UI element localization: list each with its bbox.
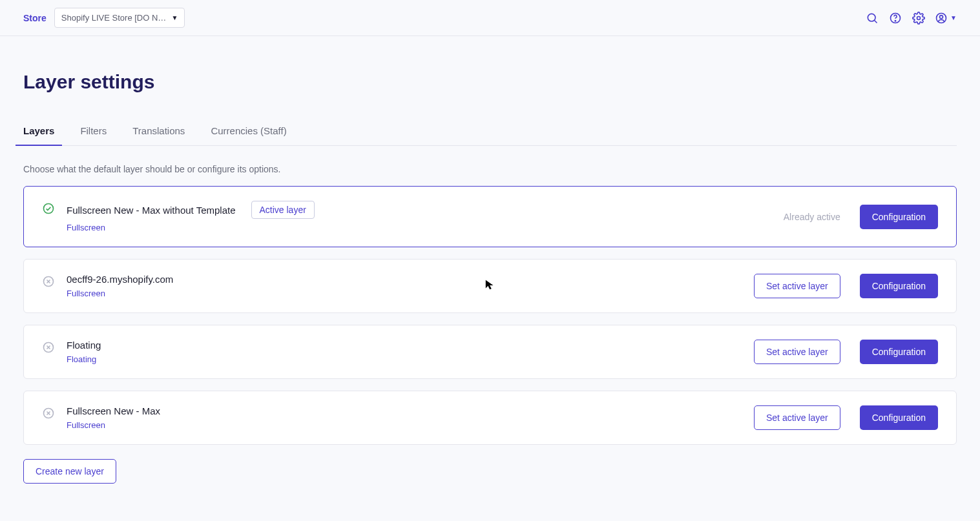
close-circle-icon bbox=[42, 407, 55, 420]
layer-title: Fullscreen New - Max bbox=[67, 405, 160, 416]
configuration-button[interactable]: Configuration bbox=[860, 340, 938, 364]
tab-layers[interactable]: Layers bbox=[23, 119, 54, 145]
layer-title: Fullscreen New - Max without Template bbox=[67, 205, 236, 216]
check-circle-icon bbox=[42, 202, 55, 215]
set-active-button[interactable]: Set active layer bbox=[754, 340, 840, 364]
configuration-button[interactable]: Configuration bbox=[860, 405, 938, 430]
layer-type: Floating bbox=[67, 354, 101, 364]
configuration-button[interactable]: Configuration bbox=[860, 274, 938, 298]
set-active-button[interactable]: Set active layer bbox=[754, 274, 840, 298]
page-title: Layer settings bbox=[23, 71, 957, 93]
layer-card-right: Already active Configuration bbox=[784, 205, 938, 229]
store-selected-value: Shopify LIVE Store [DO N… bbox=[61, 13, 167, 23]
caret-down-icon: ▼ bbox=[950, 14, 957, 21]
layer-card-left: Fullscreen New - Max Fullscreen bbox=[42, 405, 160, 430]
svg-line-1 bbox=[875, 20, 877, 23]
page-subtext: Choose what the default layer should be … bbox=[23, 164, 957, 174]
layer-card-left: Floating Floating bbox=[42, 340, 101, 364]
svg-point-3 bbox=[895, 20, 895, 21]
caret-down-icon: ▼ bbox=[171, 14, 178, 21]
layer-card: Fullscreen New - Max Fullscreen Set acti… bbox=[23, 391, 957, 445]
close-circle-icon bbox=[42, 341, 55, 354]
page-content: Layer settings Layers Filters Translatio… bbox=[0, 36, 980, 499]
svg-point-6 bbox=[940, 15, 943, 18]
svg-point-0 bbox=[868, 14, 875, 21]
tabs: Layers Filters Translations Currencies (… bbox=[23, 119, 957, 146]
user-icon bbox=[935, 12, 948, 25]
create-layer-button[interactable]: Create new layer bbox=[23, 459, 116, 484]
layer-card-right: Set active layer Configuration bbox=[754, 274, 938, 298]
layer-title: 0ecff9-26.myshopify.com bbox=[67, 274, 173, 285]
top-bar: Store Shopify LIVE Store [DO N… ▼ ▼ bbox=[0, 0, 980, 36]
user-menu[interactable]: ▼ bbox=[935, 12, 957, 25]
search-icon[interactable] bbox=[865, 11, 879, 25]
help-icon[interactable] bbox=[888, 11, 902, 25]
layer-type: Fullscreen bbox=[67, 223, 315, 232]
layer-card: 0ecff9-26.myshopify.com Fullscreen Set a… bbox=[23, 259, 957, 313]
tab-currencies[interactable]: Currencies (Staff) bbox=[211, 119, 286, 145]
tab-filters[interactable]: Filters bbox=[80, 119, 107, 145]
close-circle-icon bbox=[42, 275, 55, 288]
svg-point-4 bbox=[917, 16, 921, 19]
active-layer-badge: Active layer bbox=[251, 201, 315, 219]
tab-translations[interactable]: Translations bbox=[132, 119, 185, 145]
layer-title: Floating bbox=[67, 340, 101, 351]
top-bar-right: ▼ bbox=[865, 11, 957, 25]
layer-card-right: Set active layer Configuration bbox=[754, 405, 938, 430]
layer-card-right: Set active layer Configuration bbox=[754, 340, 938, 364]
set-active-button[interactable]: Set active layer bbox=[754, 405, 840, 430]
store-selector[interactable]: Shopify LIVE Store [DO N… ▼ bbox=[54, 8, 185, 28]
svg-point-7 bbox=[44, 204, 54, 214]
configuration-button[interactable]: Configuration bbox=[860, 205, 938, 229]
layer-type: Fullscreen bbox=[67, 289, 173, 298]
layer-card-left: Fullscreen New - Max without Template Ac… bbox=[42, 201, 315, 232]
layer-card: Floating Floating Set active layer Confi… bbox=[23, 325, 957, 379]
gear-icon[interactable] bbox=[912, 11, 926, 25]
already-active-text: Already active bbox=[784, 212, 840, 222]
layer-card: Fullscreen New - Max without Template Ac… bbox=[23, 186, 957, 247]
top-bar-left: Store Shopify LIVE Store [DO N… ▼ bbox=[23, 8, 185, 28]
layer-card-left: 0ecff9-26.myshopify.com Fullscreen bbox=[42, 274, 173, 298]
layer-type: Fullscreen bbox=[67, 420, 160, 430]
store-label: Store bbox=[23, 13, 47, 23]
